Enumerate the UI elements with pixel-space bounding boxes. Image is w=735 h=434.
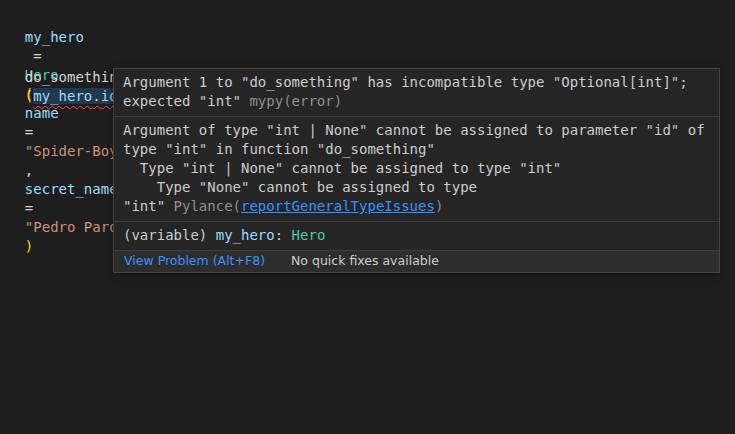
variable-info-name: my_hero <box>216 227 275 243</box>
hover-section-pylance: Argument of type "int | None" cannot be … <box>114 117 719 221</box>
variable-info-prefix: (variable) <box>123 227 216 243</box>
pylance-rule-link[interactable]: reportGeneralTypeIssues <box>241 198 435 214</box>
editor-surface[interactable]: { "editor": { "background": "#1e1e1e", "… <box>0 0 735 434</box>
token-kwarg-name: name <box>25 105 59 121</box>
error-highlight-my-hero-id[interactable]: my_hero.id <box>33 88 117 104</box>
variable-info-colon: : <box>275 227 292 243</box>
token-kwarg-secret-name: secret_name <box>25 181 118 197</box>
pylance-message-line-4: Type "None" cannot be assigned to type <box>123 178 710 197</box>
no-quick-fixes-label: No quick fixes available <box>291 254 439 268</box>
token-arg-my-hero: my_hero <box>33 88 92 104</box>
pylance-source-close: ) <box>435 198 443 214</box>
code-line-2[interactable]: do_something (my_hero.id) <box>8 49 126 106</box>
token-close-paren: ) <box>25 238 33 254</box>
token-func-do-something: do_something <box>25 69 126 85</box>
variable-info-line: (variable) my_hero: Hero <box>123 226 710 245</box>
variable-info-type: Hero <box>292 227 326 243</box>
pylance-source-open: Pylance( <box>174 198 241 214</box>
view-problem-link[interactable]: View Problem (Alt+F8) <box>124 254 265 268</box>
hover-section-mypy: Argument 1 to "do_something" has incompa… <box>114 69 719 116</box>
mypy-message-line-1: Argument 1 to "do_something" has incompa… <box>123 73 710 92</box>
token-comma: , <box>25 162 42 178</box>
token-kwarg-eq2: = <box>25 200 33 216</box>
hover-section-variable-info: (variable) my_hero: Hero <box>114 222 719 250</box>
mypy-message-line-2-text: expected "int" <box>123 93 249 109</box>
pylance-line-5-text: "int" <box>123 198 174 214</box>
mypy-source-label: mypy(error) <box>249 93 342 109</box>
hover-tooltip: Argument 1 to "do_something" has incompa… <box>113 68 720 273</box>
token-kwarg-eq: = <box>25 124 33 140</box>
token-dot: . <box>92 88 100 104</box>
hover-statusbar: View Problem (Alt+F8) No quick fixes ava… <box>114 250 719 272</box>
pylance-message-line-1: Argument of type "int | None" cannot be … <box>123 121 710 140</box>
token-variable-my-hero: my_hero <box>25 29 84 45</box>
pylance-message-line-2: type "int" in function "do_something" <box>123 140 710 159</box>
pylance-message-line-5: "int" Pylance(reportGeneralTypeIssues) <box>123 197 710 216</box>
token-string-spider-boy: "Spider-Boy" <box>25 143 126 159</box>
mypy-message-line-2: expected "int" mypy(error) <box>123 92 710 111</box>
pylance-message-line-3: Type "int | None" cannot be assigned to … <box>123 159 710 178</box>
